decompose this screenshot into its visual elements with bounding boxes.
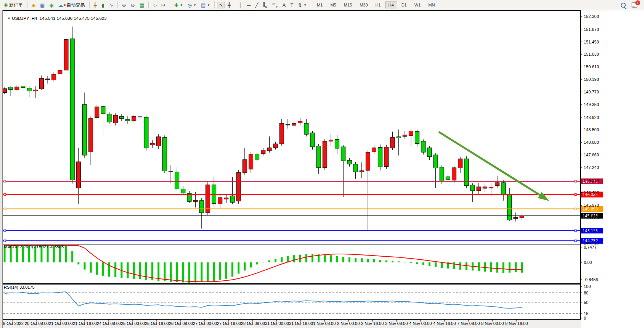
cursor-icon[interactable]: ↖ [217,2,225,8]
appstore-icon-glyph: ◆ [32,3,35,8]
chart-shift-icon[interactable]: ↦ [159,2,167,8]
chevron-down-icon: ▼ [207,3,210,7]
candle [501,183,506,195]
zoom-out-icon-glyph: ⊖ [131,3,135,8]
autotrading-glyph: ☁ [58,3,63,8]
text-label-icon[interactable]: T [288,2,295,8]
appstore-icon[interactable]: ◆ [30,2,37,8]
timeframe-h4-button[interactable]: H4 [385,2,397,8]
macd-bar [114,262,116,277]
chevron-down-icon: ▼ [304,3,307,7]
bar-chart-icon[interactable]: ╫ [92,2,99,8]
autotrading-button[interactable]: ☁自动交易 [56,1,87,9]
candle [520,216,524,218]
candle [21,86,25,87]
templates-button[interactable]: ▤▼ [199,2,212,8]
candle [9,87,13,89]
candle [440,167,444,181]
toolbar-separator [235,2,235,8]
timeframe-m5-button[interactable]: M5 [327,2,339,8]
macd-bar [238,262,239,273]
candle [483,187,487,188]
candle [162,138,167,171]
candle [261,150,265,154]
macd-bar [435,262,437,267]
price-tick: 146.400 [584,190,599,195]
crosshair-icon[interactable]: ╋ [226,2,233,8]
price-tick: 151.870 [584,27,599,32]
zoom-out-icon[interactable]: ⊖ [129,2,137,8]
text-icon[interactable]: A [281,2,288,8]
macd-bar [410,262,412,263]
indicators-button[interactable]: ✚▼ [172,2,185,8]
auto-scroll-icon[interactable]: ▷ [151,2,159,8]
candle [397,137,401,138]
line-chart-icon-glyph: ∿ [109,3,113,8]
time-tick: 25 Oct 16:00 [145,321,169,326]
macd-bar [108,262,110,277]
candle [452,168,456,180]
timeframe-m15-button[interactable]: M15 [340,2,355,8]
new-order-button[interactable]: ✚新订单 [2,1,25,9]
candle [409,131,413,136]
chart-shift-icon-glyph: ↦ [161,3,165,8]
macd-bar [398,261,400,262]
notification-badge: 1 [635,0,641,6]
candle [384,147,389,167]
macd-bar [182,262,184,282]
macd-bar [194,262,196,282]
candle [403,135,407,137]
search-icon[interactable] [621,3,626,8]
chart-symbol-period: USDJPY-,H4 [12,16,37,21]
timeframe-h1-button[interactable]: H1 [372,2,384,8]
periods-button[interactable]: ◷▼ [186,2,198,8]
candle [64,39,68,70]
macd-bar [379,260,381,262]
macd-bar [225,262,227,279]
arrows-button[interactable]: ⇅▼ [296,2,308,8]
zoom-in-icon[interactable]: ⊕ [120,2,128,8]
macd-bar [262,262,264,262]
line-chart-icon[interactable]: ∿ [107,2,115,8]
vertical-line-icon[interactable]: │ [238,2,244,8]
timeframe-mn-button[interactable]: MN [425,2,438,8]
price-tick: 149.770 [584,90,599,94]
tile-windows-icon[interactable]: ▦ [138,2,146,8]
toolbar-separator [214,2,215,8]
candle [372,148,376,152]
toolbar-separator [311,2,311,8]
candle [119,116,124,118]
toolbar-separator [148,2,149,8]
community-chat-icon[interactable]: 1 [631,2,638,8]
equidistant-channel-icon[interactable]: ∥E [261,1,269,9]
timeframe-w1-button[interactable]: W1 [411,2,424,8]
chart-collapse-caret[interactable]: ▼ [7,17,10,20]
templates-glyph: ▤ [201,3,206,8]
chart-ohlc-values: 145.541 145.636 145.475 145.623 [40,16,107,21]
candlestick-chart-icon[interactable]: ▮ [100,2,106,8]
horizontal-line-icon[interactable]: ─ [245,2,252,8]
candle [390,137,395,148]
timeframe-m30-button[interactable]: M30 [356,2,371,8]
tile-windows-icon-glyph: ▦ [140,3,144,8]
candle [335,139,339,148]
signals-icon[interactable]: ◉ [47,2,55,8]
time-tick: 31 Oct 16:00 [289,321,313,326]
macd-indicator-label: MACD(12,26,9) -0.5021 -0.3505 [4,244,64,249]
price-tick: 145.130 [584,228,599,233]
fibonacci-icon[interactable]: ≣F [270,1,280,9]
vps-icon-glyph: ▣ [40,3,45,8]
vps-icon[interactable]: ▣ [38,2,47,8]
price-tick: 147.660 [584,153,599,157]
fibonacci-icon-glyph: ≣F [272,2,278,8]
svg-text:-0.8456: -0.8456 [584,277,598,282]
time-tick: 24 Oct 08:00 [97,321,121,326]
time-tick: 31 Oct 00:00 [265,321,289,326]
timeframe-d1-button[interactable]: D1 [398,2,410,8]
macd-bar [207,262,209,282]
timeframe-m1-button[interactable]: M1 [313,2,326,8]
price-chart[interactable]: 146.775146.332145.853145.623145.123144.7… [0,10,644,328]
price-tick: 148.920 [584,115,599,120]
trendline-icon[interactable]: ╱ [253,2,260,8]
candle [181,189,185,193]
